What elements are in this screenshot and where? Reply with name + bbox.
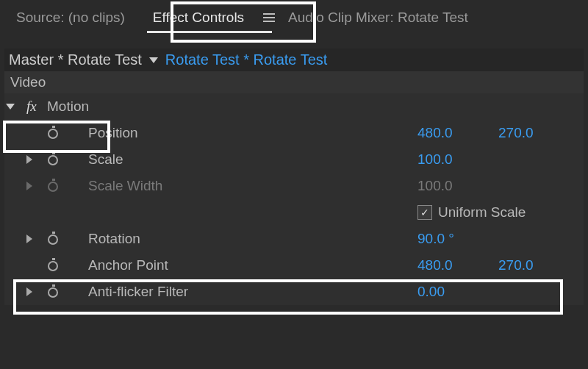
property-position-label: Position xyxy=(88,125,417,141)
effect-motion-header[interactable]: fx Motion xyxy=(4,93,584,120)
chevron-right-icon[interactable] xyxy=(26,155,32,164)
stopwatch-icon[interactable] xyxy=(47,232,60,246)
property-scale-width-label: Scale Width xyxy=(88,178,417,194)
stopwatch-icon xyxy=(47,179,60,193)
property-rotation-label: Rotation xyxy=(88,231,417,247)
property-scale-label: Scale xyxy=(88,151,417,168)
tab-effect-controls[interactable]: Effect Controls xyxy=(144,5,275,30)
property-list: fx Motion Position 480.0 270.0 Scale 100… xyxy=(4,93,584,305)
tab-source[interactable]: Source: (no clips) xyxy=(7,5,140,30)
anchor-x-value[interactable]: 480.0 xyxy=(417,257,498,273)
stopwatch-icon[interactable] xyxy=(47,153,60,166)
tab-audio-mixer-label: Audio Clip Mixer: Rotate Test xyxy=(279,5,483,30)
tab-audio-mixer[interactable]: Audio Clip Mixer: Rotate Test xyxy=(279,5,483,30)
master-clip-label: Master * Rotate Test xyxy=(9,51,142,68)
stopwatch-icon[interactable] xyxy=(47,285,60,298)
property-anti-flicker-label: Anti-flicker Filter xyxy=(88,284,417,300)
fx-icon[interactable]: fx xyxy=(26,98,37,115)
rotation-value[interactable]: 90.0 ° xyxy=(417,231,498,247)
section-video-header: Video xyxy=(4,71,584,93)
chevron-down-icon[interactable] xyxy=(6,104,15,110)
stopwatch-icon[interactable] xyxy=(47,259,60,272)
position-x-value[interactable]: 480.0 xyxy=(417,125,498,141)
clip-path-row: Master * Rotate Test Rotate Test * Rotat… xyxy=(4,49,584,71)
scale-value[interactable]: 100.0 xyxy=(417,151,498,168)
property-anchor-point: Anchor Point 480.0 270.0 xyxy=(4,252,584,279)
property-position: Position 480.0 270.0 xyxy=(4,120,584,146)
effect-controls-panel: Source: (no clips) Effect Controls Audio… xyxy=(0,0,588,369)
effect-motion-label: Motion xyxy=(47,98,417,115)
anchor-y-value[interactable]: 270.0 xyxy=(498,257,579,273)
tab-effect-controls-label: Effect Controls xyxy=(144,5,259,30)
chevron-down-icon[interactable] xyxy=(149,57,158,63)
anti-flicker-value[interactable]: 0.00 xyxy=(417,284,498,300)
panel-tabbar: Source: (no clips) Effect Controls Audio… xyxy=(4,4,584,31)
panel-menu-icon[interactable] xyxy=(263,13,275,22)
property-anti-flicker: Anti-flicker Filter 0.00 xyxy=(4,279,584,305)
uniform-scale-label: Uniform Scale xyxy=(438,204,526,221)
uniform-scale-checkbox[interactable]: ✓ xyxy=(417,205,432,220)
chevron-right-icon[interactable] xyxy=(26,287,32,296)
property-rotation: Rotation 90.0 ° xyxy=(4,226,584,252)
property-scale: Scale 100.0 xyxy=(4,146,584,173)
chevron-right-icon[interactable] xyxy=(26,234,32,243)
property-uniform-scale: ✓ Uniform Scale xyxy=(4,199,584,226)
position-y-value[interactable]: 270.0 xyxy=(498,125,579,141)
tab-source-label: Source: (no clips) xyxy=(7,5,140,30)
chevron-right-icon xyxy=(26,182,32,190)
property-anchor-point-label: Anchor Point xyxy=(88,257,417,273)
scale-width-value: 100.0 xyxy=(417,178,498,194)
property-scale-width: Scale Width 100.0 xyxy=(4,173,584,199)
instance-clip-label[interactable]: Rotate Test * Rotate Test xyxy=(165,51,328,68)
stopwatch-icon[interactable] xyxy=(47,126,60,140)
